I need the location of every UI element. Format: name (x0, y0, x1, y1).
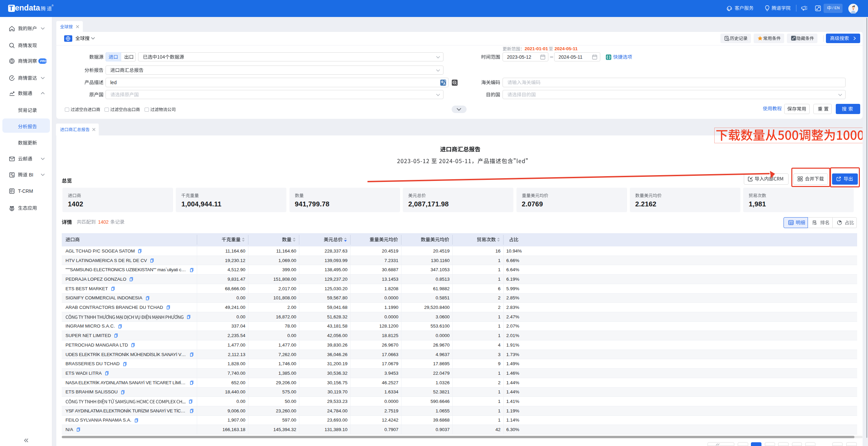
svg-text:BI: BI (12, 175, 14, 177)
